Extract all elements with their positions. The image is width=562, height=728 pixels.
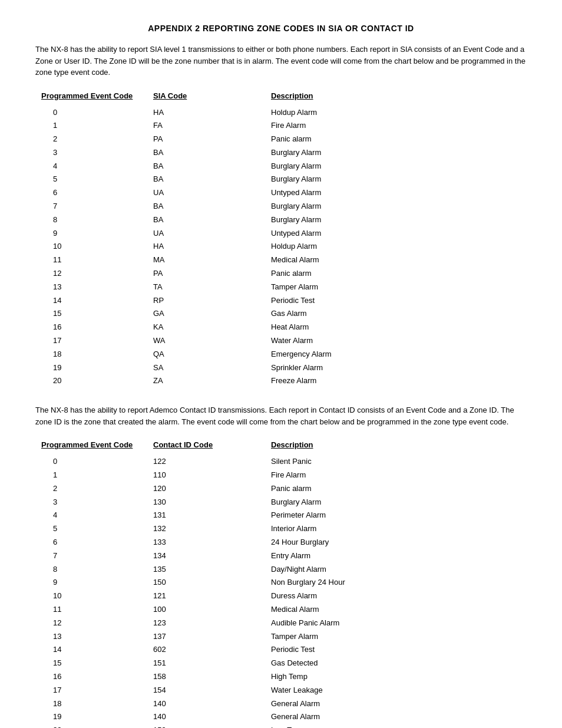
table-cell: Fire Alarm [271,469,527,482]
table-row: 5BABurglary Alarm [35,173,527,186]
table-row: 8135Day/Night Alarm [35,563,527,577]
table-cell: UA [153,186,271,200]
table-row: 10HAHoldup Alarm [35,240,527,253]
table-row: 3130Burglary Alarm [35,496,527,509]
table-cell: 131 [153,509,271,522]
table-row: 5132Interior Alarm [35,522,527,536]
table-cell: Tamper Alarm [271,281,527,294]
table-cell: 12 [35,267,153,281]
table-cell: 10 [35,589,153,603]
table-row: 16KAHeat Alarm [35,321,527,334]
table-cell: 121 [153,589,271,603]
table-row: 14RPPeriodic Test [35,294,527,308]
table-cell: 158 [153,670,271,684]
table-cell: Burglary Alarm [271,496,527,509]
table-cell: 120 [153,482,271,496]
table-row: 18QAEmergency Alarm [35,348,527,361]
table-cell: 6 [35,186,153,200]
sia-header-code: Programmed Event Code [35,91,153,106]
intro-paragraph: The NX-8 has the ability to report SIA l… [35,44,527,78]
table-cell: Medical Alarm [271,603,527,617]
table-cell: 132 [153,522,271,536]
table-cell: 2 [35,133,153,146]
contact-header-id: Contact ID Code [153,440,271,455]
table-cell: 7 [35,549,153,563]
table-cell: 1 [35,119,153,133]
table-cell: UA [153,227,271,241]
table-cell: 140 [153,710,271,724]
table-cell: Freeze Alarm [271,374,527,388]
sia-header-sia: SIA Code [153,91,271,106]
table-cell: 9 [35,576,153,589]
table-cell: Holdup Alarm [271,240,527,253]
table-cell: 123 [153,617,271,630]
table-cell: 13 [35,281,153,294]
table-cell: BA [153,173,271,186]
table-cell: 14 [35,643,153,657]
table-cell: SA [153,361,271,375]
table-row: 1FAFire Alarm [35,119,527,133]
table-row: 18140General Alarm [35,697,527,711]
table-row: 13TATamper Alarm [35,281,527,294]
table-cell: 3 [35,146,153,160]
table-cell: QA [153,348,271,361]
table-row: 20159Low Temp [35,724,527,728]
table-cell: Water Leakage [271,684,527,697]
table-cell: 151 [153,657,271,670]
table-cell: 2 [35,482,153,496]
table-cell: Periodic Test [271,294,527,308]
table-row: 613324 Hour Burglary [35,536,527,549]
table-row: 9150Non Burglary 24 Hour [35,576,527,589]
sia-table-section: Programmed Event Code SIA Code Descripti… [35,91,527,388]
table-row: 13137Tamper Alarm [35,630,527,644]
table-cell: 15 [35,657,153,670]
page-title: APPENDIX 2 REPORTING ZONE CODES IN SIA O… [35,24,527,33]
table-cell: Sprinkler Alarm [271,361,527,375]
table-cell: KA [153,321,271,334]
table-cell: Untyped Alarm [271,227,527,241]
table-cell: 14 [35,294,153,308]
table-cell: Fire Alarm [271,119,527,133]
table-cell: General Alarm [271,710,527,724]
table-cell: 130 [153,496,271,509]
table-cell: Silent Panic [271,455,527,469]
table-cell: 150 [153,576,271,589]
table-row: 0122Silent Panic [35,455,527,469]
table-cell: WA [153,334,271,348]
table-row: 7134Entry Alarm [35,549,527,563]
table-row: 9UAUntyped Alarm [35,227,527,241]
table-cell: 17 [35,684,153,697]
table-cell: Audible Panic Alarm [271,617,527,630]
table-cell: Low Temp [271,724,527,728]
table-cell: 100 [153,603,271,617]
table-cell: High Temp [271,670,527,684]
table-row: 0HAHoldup Alarm [35,106,527,120]
table-row: 20ZAFreeze Alarm [35,374,527,388]
table-cell: 19 [35,710,153,724]
table-cell: 9 [35,227,153,241]
table-row: 17WAWater Alarm [35,334,527,348]
table-cell: 16 [35,670,153,684]
table-cell: Emergency Alarm [271,348,527,361]
table-cell: RP [153,294,271,308]
table-cell: Panic alarm [271,133,527,146]
table-cell: 6 [35,536,153,549]
table-row: 1110Fire Alarm [35,469,527,482]
sia-header-desc: Description [271,91,527,106]
table-cell: ZA [153,374,271,388]
table-cell: Burglary Alarm [271,200,527,213]
table-cell: Heat Alarm [271,321,527,334]
table-row: 2PAPanic alarm [35,133,527,146]
table-cell: 15 [35,307,153,321]
table-cell: Duress Alarm [271,589,527,603]
table-cell: BA [153,160,271,173]
table-cell: 135 [153,563,271,577]
table-cell: Panic alarm [271,267,527,281]
table-cell: 10 [35,240,153,253]
table-cell: 18 [35,697,153,711]
table-cell: 154 [153,684,271,697]
table-cell: Water Alarm [271,334,527,348]
table-cell: TA [153,281,271,294]
table-cell: 137 [153,630,271,644]
table-cell: 11 [35,603,153,617]
